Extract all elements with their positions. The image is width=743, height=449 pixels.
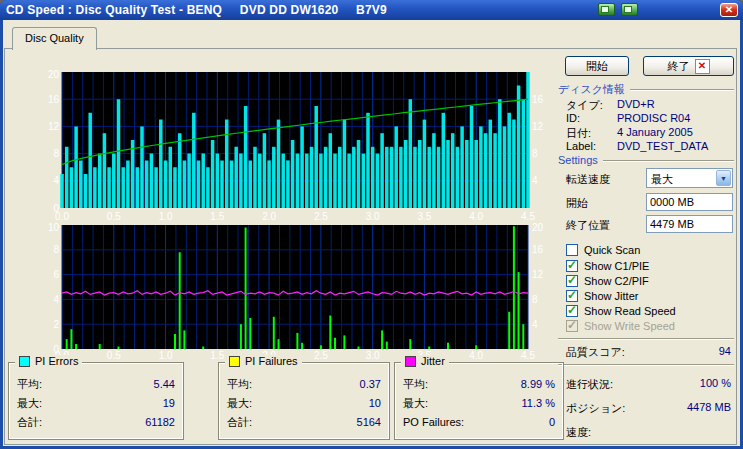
start-position-input[interactable] <box>646 193 733 211</box>
svg-text:1.0: 1.0 <box>159 350 173 361</box>
exit-icon: ✕ <box>695 59 710 74</box>
svg-text:4.0: 4.0 <box>469 211 483 222</box>
transfer-speed-select[interactable]: 最大 ▼ <box>646 168 733 188</box>
disc-date-value: 4 January 2005 <box>617 126 693 138</box>
pi-errors-stats-box: PI Errors 平均:5.44 最大:19 合計:61182 <box>8 362 184 440</box>
svg-text:4.5: 4.5 <box>521 211 535 222</box>
pi-failures-legend: PI Failures <box>225 355 302 367</box>
checkbox-icon <box>566 305 578 317</box>
chevron-down-icon[interactable]: ▼ <box>716 170 731 186</box>
disc-date-label: 日付: <box>566 126 591 141</box>
stat-value: 11.3 % <box>522 394 555 413</box>
svg-text:2.5: 2.5 <box>314 350 328 361</box>
end-position-label: 終了位置 <box>566 218 610 233</box>
jitter-legend-swatch <box>405 356 416 367</box>
stat-row: 最大:19 <box>9 394 183 413</box>
svg-text:20: 20 <box>532 223 544 233</box>
checkbox-label: Quick Scan <box>584 244 640 256</box>
checkbox-show-c1-pie[interactable]: Show C1/PIE <box>566 260 649 272</box>
pi-failures-jitter-chart: 0246810481216200.00.51.01.52.02.53.03.54… <box>38 223 554 361</box>
disc-id-value: PRODISC R04 <box>617 112 690 124</box>
checkbox-show-c2-pif[interactable]: Show C2/PIF <box>566 275 649 287</box>
stat-label: 平均: <box>227 375 252 394</box>
disc-label-value: DVD_TEST_DATA <box>617 140 708 152</box>
stat-value: 5.44 <box>154 375 175 394</box>
exit-button-label: 終了 <box>668 59 690 74</box>
speed-label: 速度: <box>566 425 591 440</box>
checkbox-icon <box>566 244 578 256</box>
disc-label-label: Label: <box>566 140 596 152</box>
progress-label: 進行状況: <box>566 377 613 392</box>
disc-type-value: DVD+R <box>617 98 655 110</box>
quality-score-value: 94 <box>719 345 731 357</box>
svg-text:0.5: 0.5 <box>107 211 121 222</box>
stat-label: 平均: <box>17 375 42 394</box>
svg-text:4: 4 <box>532 319 538 330</box>
disc-info-header-label: ディスク情報 <box>558 82 625 97</box>
window-client-area: Disc Quality 0481216204812160.00.51.01.5… <box>3 20 740 446</box>
stat-row: PO Failures:0 <box>395 413 563 432</box>
jitter-legend-label: Jitter <box>421 355 445 367</box>
settings-header-label: Settings <box>558 154 598 166</box>
svg-text:16: 16 <box>532 244 544 255</box>
stat-row: 平均:8.99 % <box>395 375 563 394</box>
disc-type-label: タイプ: <box>566 98 603 113</box>
pi-failures-legend-label: PI Failures <box>245 355 298 367</box>
checkbox-label: Show Read Speed <box>584 305 676 317</box>
stat-value: 8.99 % <box>521 375 555 394</box>
svg-text:8: 8 <box>532 294 538 305</box>
stat-value: 5164 <box>357 413 381 432</box>
stat-value: 10 <box>369 394 381 413</box>
separator <box>558 364 734 366</box>
tab-disc-quality[interactable]: Disc Quality <box>12 27 97 50</box>
pi-errors-chart: 0481216204812160.00.51.01.52.02.53.03.54… <box>38 70 554 222</box>
svg-text:2.0: 2.0 <box>262 211 276 222</box>
svg-text:12: 12 <box>48 121 60 132</box>
svg-text:2: 2 <box>53 319 59 330</box>
close-icon[interactable]: ✕ <box>720 3 738 17</box>
svg-text:8: 8 <box>532 148 538 159</box>
checkbox-icon <box>566 260 578 272</box>
svg-text:10: 10 <box>48 223 60 233</box>
stat-label: 合計: <box>17 413 42 432</box>
svg-text:3.0: 3.0 <box>366 350 380 361</box>
checkbox-show-read-speed[interactable]: Show Read Speed <box>566 305 676 317</box>
start-button-label: 開始 <box>586 59 608 74</box>
disc-info-header: ディスク情報 <box>558 82 734 97</box>
exit-button[interactable]: 終了 ✕ <box>643 56 734 76</box>
stat-row: 平均:0.37 <box>219 375 389 394</box>
svg-text:6: 6 <box>53 269 59 280</box>
stat-value: 0.37 <box>360 375 381 394</box>
titlebar-green-icon-1[interactable] <box>598 3 615 16</box>
position-value: 4478 MB <box>687 401 731 413</box>
titlebar-green-icon-2[interactable] <box>621 3 638 16</box>
quality-score-label: 品質スコア: <box>566 345 625 360</box>
jitter-legend: Jitter <box>401 355 449 367</box>
stat-label: 合計: <box>227 413 252 432</box>
svg-text:3.0: 3.0 <box>366 211 380 222</box>
checkbox-quick-scan[interactable]: Quick Scan <box>566 244 640 256</box>
progress-value: 100 % <box>700 377 731 389</box>
svg-text:4: 4 <box>53 175 59 186</box>
checkbox-label: Show C1/PIE <box>584 260 649 272</box>
start-button[interactable]: 開始 <box>565 56 629 76</box>
start-position-label: 開始 <box>566 196 588 211</box>
svg-text:16: 16 <box>48 94 60 105</box>
checkbox-show-jitter[interactable]: Show Jitter <box>566 290 638 302</box>
window-title: CD Speed : Disc Quality Test - BENQ DVD … <box>6 3 387 17</box>
stat-value: 0 <box>549 413 555 432</box>
stat-label: 最大: <box>403 394 428 413</box>
app-window: CD Speed : Disc Quality Test - BENQ DVD … <box>0 0 743 449</box>
svg-text:3.5: 3.5 <box>417 211 431 222</box>
stat-label: 最大: <box>227 394 252 413</box>
checkbox-label: Show Write Speed <box>584 320 675 332</box>
checkbox-icon <box>566 320 578 332</box>
end-position-input[interactable] <box>646 215 733 233</box>
stat-value: 19 <box>163 394 175 413</box>
checkbox-show-write-speed: Show Write Speed <box>566 320 675 332</box>
stat-row: 合計:61182 <box>9 413 183 432</box>
disc-id-label: ID: <box>566 112 580 124</box>
settings-header: Settings <box>558 154 734 166</box>
checkbox-icon <box>566 275 578 287</box>
svg-text:16: 16 <box>532 94 544 105</box>
